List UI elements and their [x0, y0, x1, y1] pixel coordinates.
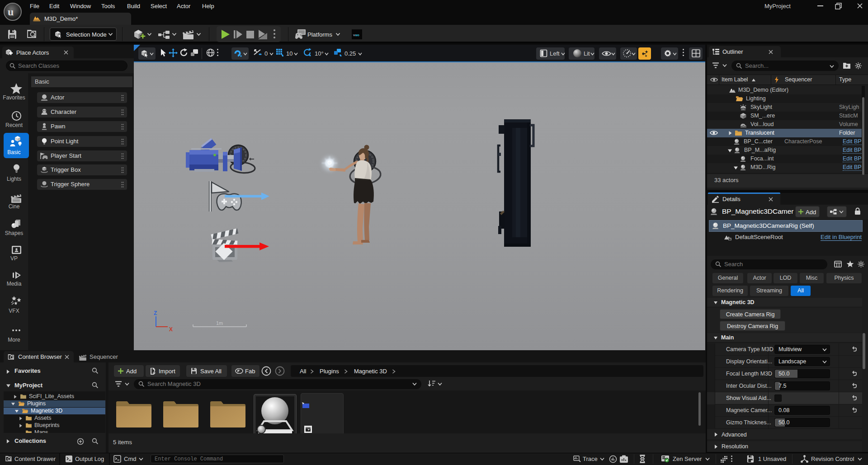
- svg-text:X: X: [169, 326, 173, 333]
- svg-text:Z: Z: [154, 310, 157, 316]
- svg-text:1m: 1m: [216, 320, 223, 326]
